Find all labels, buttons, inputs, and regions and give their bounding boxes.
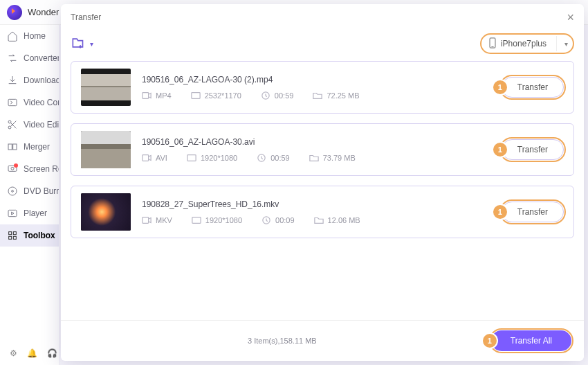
merger-icon [7, 141, 18, 152]
step-badge: 1 [493, 80, 507, 94]
sidebar-item-label: DVD Burner [24, 186, 59, 196]
transfer-button[interactable]: Transfer [502, 139, 564, 160]
transfer-button[interactable]: Transfer [502, 77, 564, 98]
svg-point-2 [8, 126, 11, 129]
svg-rect-4 [13, 144, 17, 150]
file-name: 190516_06_AZ-LAGOA-30 (2).mp4 [142, 75, 490, 84]
sidebar-item-video-compressor[interactable]: Video Compressor [0, 91, 59, 114]
file-format: AVI [156, 154, 167, 162]
svg-rect-22 [143, 217, 149, 224]
sidebar-item-downloader[interactable]: Downloader [0, 69, 59, 91]
video-thumbnail [81, 193, 131, 231]
svg-rect-12 [9, 236, 12, 239]
sidebar-item-label: Screen Recorder [24, 164, 59, 174]
file-row: 190828_27_SuperTrees_HD_16.mkv MKV 1920*… [71, 186, 574, 238]
svg-rect-3 [8, 144, 12, 150]
file-row: 190516_06_AZ-LAGOA-30.avi AVI 1920*1080 … [71, 123, 574, 176]
device-dropdown-caret[interactable]: ▾ [556, 36, 571, 51]
step-badge: 1 [493, 205, 507, 219]
modal-title: Transfer [71, 12, 101, 22]
svg-point-8 [12, 190, 14, 193]
sidebar-item-home[interactable]: Home [0, 25, 59, 47]
toolbox-icon [7, 230, 18, 241]
sidebar-item-label: Toolbox [24, 231, 55, 240]
add-file-button[interactable] [71, 37, 87, 51]
file-resolution: 2532*1170 [205, 91, 241, 100]
sidebar-item-dvd-burner[interactable]: DVD Burner [0, 180, 59, 202]
format-icon [142, 154, 151, 162]
file-size: 12.06 MB [328, 216, 360, 224]
video-thumbnail [81, 69, 131, 106]
sidebar-item-toolbox[interactable]: Toolbox [0, 224, 59, 247]
file-summary: 3 Item(s),158.11 MB [73, 337, 491, 345]
sidebar-item-label: Player [24, 208, 47, 218]
svg-point-7 [8, 187, 17, 195]
close-modal-button[interactable]: × [567, 11, 574, 24]
file-resolution: 1920*1080 [205, 216, 242, 224]
transfer-modal: Transfer × ▾ iPhone7plus ▾ 190516_06_AZ-… [61, 4, 584, 361]
add-file-dropdown[interactable]: ▾ [90, 40, 93, 48]
sidebar-item-video-editor[interactable]: Video Editor [0, 114, 59, 136]
app-name: Wonder [28, 7, 59, 17]
sidebar-item-label: Video Editor [24, 120, 59, 130]
settings-icon[interactable]: ⚙ [10, 348, 17, 358]
file-duration: 00:59 [275, 91, 294, 100]
svg-rect-19 [143, 155, 149, 161]
file-row: 190516_06_AZ-LAGOA-30 (2).mp4 MP4 2532*1… [71, 61, 574, 114]
device-name: iPhone7plus [501, 39, 546, 48]
home-icon [7, 30, 18, 42]
compress-icon [7, 97, 18, 108]
sidebar-item-screen-recorder[interactable]: Screen Recorder [0, 158, 59, 180]
sidebar-item-merger[interactable]: Merger [0, 136, 59, 158]
bell-icon[interactable]: 🔔 [27, 348, 37, 358]
disc-icon [7, 186, 18, 197]
file-resolution: 1920*1080 [201, 154, 237, 162]
sidebar-item-player[interactable]: Player [0, 202, 59, 224]
clock-icon [261, 91, 270, 100]
transfer-button[interactable]: Transfer [502, 202, 564, 222]
svg-rect-17 [192, 93, 200, 99]
file-format: MKV [156, 216, 172, 224]
converter-icon [7, 53, 18, 64]
sidebar-item-label: Converter [24, 53, 59, 63]
file-format: MP4 [156, 91, 172, 100]
sidebar-item-label: Merger [24, 142, 50, 152]
sidebar-item-label: Video Compressor [24, 98, 59, 107]
file-name: 190828_27_SuperTrees_HD_16.mkv [142, 199, 490, 209]
svg-rect-16 [143, 93, 149, 99]
video-thumbnail [81, 131, 131, 168]
clock-icon [257, 154, 266, 162]
format-icon [142, 91, 151, 100]
file-duration: 00:59 [270, 154, 290, 162]
file-duration: 00:09 [275, 216, 295, 224]
folder-icon [313, 91, 322, 100]
file-list: 190516_06_AZ-LAGOA-30 (2).mp4 MP4 2532*1… [61, 61, 584, 320]
resolution-icon [191, 91, 201, 100]
app-logo [7, 5, 22, 20]
device-selector[interactable]: iPhone7plus ▾ [480, 33, 574, 54]
format-icon [142, 216, 151, 224]
svg-point-6 [11, 167, 14, 170]
file-size: 73.79 MB [323, 154, 356, 162]
step-badge: 1 [493, 143, 507, 157]
folder-icon [309, 154, 319, 162]
file-name: 190516_06_AZ-LAGOA-30.avi [142, 137, 490, 147]
resolution-icon [187, 154, 196, 162]
headset-icon[interactable]: 🎧 [47, 348, 57, 358]
play-icon [7, 208, 18, 219]
sidebar-bottom: ⚙ 🔔 🎧 [0, 348, 59, 358]
svg-point-1 [8, 121, 11, 123]
svg-rect-20 [187, 155, 196, 161]
svg-rect-9 [8, 210, 17, 216]
modal-footer: 3 Item(s),158.11 MB 1 Transfer All [61, 320, 584, 361]
folder-icon [314, 216, 324, 224]
svg-rect-13 [13, 236, 16, 239]
step-badge: 1 [483, 334, 497, 348]
scissors-icon [7, 119, 18, 130]
clock-icon [261, 216, 271, 224]
sidebar-item-converter[interactable]: Converter [0, 47, 59, 69]
phone-icon [488, 37, 497, 51]
transfer-all-button[interactable]: Transfer All [491, 330, 571, 351]
sidebar-item-label: Downloader [24, 75, 59, 85]
notification-dot-icon [14, 163, 18, 168]
